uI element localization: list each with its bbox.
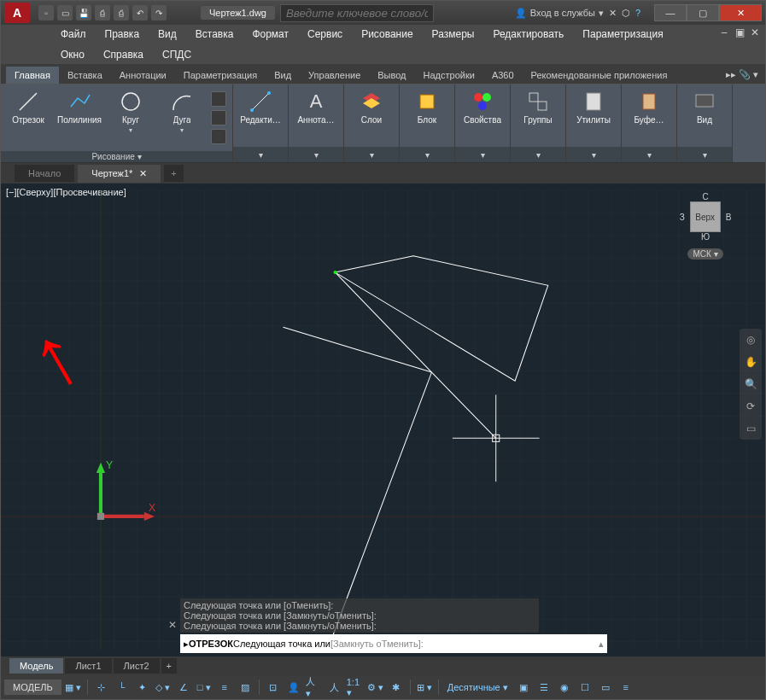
- transparency-icon[interactable]: ▨: [237, 679, 254, 696]
- gear-icon[interactable]: ⚙ ▾: [367, 679, 384, 696]
- menu-parametric[interactable]: Параметризация: [574, 26, 671, 42]
- block-button[interactable]: Блок: [401, 88, 453, 126]
- viewcube[interactable]: С З Верх В Ю МСК ▾: [671, 192, 740, 286]
- menu-window[interactable]: Окно: [52, 47, 93, 62]
- redo-icon[interactable]: ↷: [151, 5, 167, 20]
- arc-button[interactable]: Дуга▾: [156, 88, 208, 136]
- annotation-visibility-icon[interactable]: ✱: [388, 679, 405, 696]
- menu-draw[interactable]: Рисование: [353, 26, 421, 42]
- pan-icon[interactable]: ✋: [743, 354, 758, 370]
- cycling-icon[interactable]: ⊡: [265, 679, 282, 696]
- grid-toggle-icon[interactable]: ▦ ▾: [65, 679, 82, 696]
- menu-help[interactable]: Справка: [95, 47, 152, 62]
- panel-arrow[interactable]: ▾: [677, 147, 732, 162]
- lineweight-icon[interactable]: ≡: [216, 679, 233, 696]
- print-icon[interactable]: ⎙: [114, 5, 129, 20]
- layout-model[interactable]: Модель: [9, 658, 63, 674]
- tab-annotate[interactable]: Аннотации: [111, 67, 175, 84]
- dynamic-ucs-icon[interactable]: 人 ▾: [306, 679, 323, 696]
- panel-arrow[interactable]: ▾: [455, 147, 510, 162]
- steering-wheel-icon[interactable]: ◎: [743, 332, 758, 347]
- layout-sheet1[interactable]: Лист1: [65, 658, 111, 674]
- search-input[interactable]: [280, 4, 434, 22]
- doc-close-icon[interactable]: ✕: [748, 26, 762, 38]
- showmotion-icon[interactable]: ▭: [743, 421, 758, 436]
- annotation-button[interactable]: AАннота…: [290, 88, 342, 126]
- tab-home[interactable]: Главная: [6, 67, 59, 84]
- line-button[interactable]: Отрезок: [3, 88, 54, 126]
- menu-modify[interactable]: Редактировать: [484, 26, 572, 42]
- menu-tools[interactable]: Сервис: [299, 26, 351, 42]
- open-icon[interactable]: ▭: [57, 5, 73, 20]
- tab-output[interactable]: Вывод: [369, 67, 414, 84]
- 3dosnap-icon[interactable]: 👤: [285, 679, 302, 696]
- layout-sheet2[interactable]: Лист2: [114, 658, 160, 674]
- filter-icon[interactable]: 人: [326, 679, 343, 696]
- circle-button[interactable]: Круг▾: [105, 88, 156, 136]
- saveas-icon[interactable]: ⎙: [95, 5, 110, 20]
- new-tab-button[interactable]: +: [164, 165, 183, 182]
- menu-format[interactable]: Формат: [243, 26, 297, 42]
- close-button[interactable]: ✕: [719, 4, 762, 21]
- draw-panel-title[interactable]: Рисование ▾: [1, 151, 232, 162]
- undo-icon[interactable]: ↶: [132, 5, 148, 20]
- tab-featured[interactable]: Рекомендованные приложения: [523, 67, 676, 84]
- rectangle-icon[interactable]: [211, 91, 226, 107]
- isolate-icon[interactable]: ☐: [576, 679, 594, 696]
- maximize-button[interactable]: ▢: [687, 4, 719, 21]
- clipboard-button[interactable]: Буфе…: [623, 88, 675, 126]
- panel-arrow[interactable]: ▾: [344, 147, 399, 162]
- menu-file[interactable]: Файл: [52, 26, 95, 42]
- cmd-close-icon[interactable]: ✕: [168, 619, 177, 631]
- panel-arrow[interactable]: ▾: [622, 147, 676, 162]
- wcs-button[interactable]: МСК ▾: [687, 248, 722, 260]
- orbit-icon[interactable]: ⟳: [743, 399, 758, 414]
- clean-screen-icon[interactable]: ▭: [597, 679, 614, 696]
- ortho-toggle-icon[interactable]: └: [114, 679, 131, 696]
- hardware-accel-icon[interactable]: ◉: [556, 679, 573, 696]
- tab-a360[interactable]: A360: [483, 67, 523, 84]
- layers-button[interactable]: Слои: [346, 88, 397, 126]
- panel-arrow[interactable]: ▾: [289, 147, 343, 162]
- lock-ui-icon[interactable]: ☰: [535, 679, 553, 696]
- panel-arrow[interactable]: ▾: [511, 147, 565, 162]
- exchange-icon[interactable]: ✕: [609, 8, 617, 19]
- groups-button[interactable]: Группы: [512, 88, 564, 126]
- panel-arrow[interactable]: ▾: [566, 147, 621, 162]
- osnap-toggle-icon[interactable]: ∠: [175, 679, 192, 696]
- ribbon-expand-icon[interactable]: ▸▸ 📎 ▾: [719, 66, 765, 84]
- cmd-dropdown-icon[interactable]: ▴: [599, 639, 604, 650]
- command-line[interactable]: ▸ ОТРЕЗОК Следующая точка или [Замкнуть …: [180, 634, 607, 653]
- polar-toggle-icon[interactable]: ✦: [134, 679, 151, 696]
- modelspace-button[interactable]: МОДЕЛЬ: [4, 680, 61, 695]
- snap-toggle-icon[interactable]: ⊹: [93, 679, 110, 696]
- tab-view[interactable]: Вид: [266, 67, 300, 84]
- tab-addins[interactable]: Надстройки: [415, 67, 483, 84]
- cloud-icon[interactable]: ⬡: [622, 8, 630, 19]
- ellipse-icon[interactable]: [211, 129, 226, 144]
- new-icon[interactable]: ▫: [38, 5, 54, 20]
- menu-dimension[interactable]: Размеры: [424, 26, 483, 42]
- signin-button[interactable]: 👤 Вход в службы ▾: [515, 8, 604, 19]
- hatch-icon[interactable]: [211, 110, 226, 125]
- panel-arrow[interactable]: ▾: [233, 147, 288, 162]
- app-logo[interactable]: A: [4, 3, 30, 23]
- tab-insert[interactable]: Вставка: [59, 67, 111, 84]
- quick-properties-icon[interactable]: ▣: [515, 679, 532, 696]
- menu-insert[interactable]: Вставка: [187, 26, 243, 42]
- zoom-icon[interactable]: 🔍: [743, 376, 758, 392]
- polyline-button[interactable]: Полилиния: [54, 88, 105, 126]
- close-tab-icon[interactable]: ✕: [139, 168, 147, 179]
- tab-manage[interactable]: Управление: [300, 67, 369, 84]
- view-button[interactable]: Вид: [679, 88, 730, 126]
- add-layout-button[interactable]: +: [161, 658, 177, 674]
- otrack-toggle-icon[interactable]: □ ▾: [196, 679, 213, 696]
- doctab-start[interactable]: Начало: [15, 165, 74, 182]
- customize-icon[interactable]: ≡: [617, 679, 634, 696]
- doc-restore-icon[interactable]: ▣: [733, 26, 746, 38]
- doctab-drawing1[interactable]: Чертеж1*✕: [78, 165, 161, 183]
- menu-edit[interactable]: Правка: [96, 26, 149, 42]
- units-dropdown[interactable]: Десятичные ▾: [444, 679, 512, 696]
- workspace-icon[interactable]: ⊞ ▾: [416, 679, 433, 696]
- modify-button[interactable]: Редакти…: [235, 88, 286, 126]
